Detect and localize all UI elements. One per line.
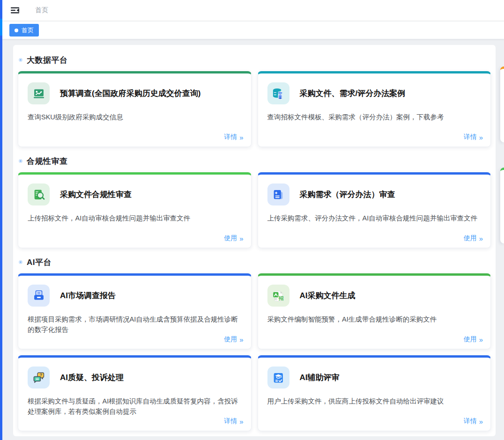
card-doc-compliance-review[interactable]: 采购文件合规性审查 上传招标文件，AI自动审核合规性问题并输出审查文件 使用» [18, 172, 252, 248]
section-title: AI平台 [27, 257, 52, 268]
section-title: 合规性审查 [27, 156, 68, 167]
grad-review-icon [267, 367, 289, 389]
card-grid-bigdata: 预算调查(全国政府采购历史成交价查询) 查询SKU级别政府采购成交信息 详情» [18, 71, 491, 147]
printer-report-icon [28, 285, 50, 307]
main-panel: 大数据平台 预算调查(全国政府采购历史成交价查询) 查询SKU级别政府采购成交信… [13, 45, 496, 436]
card-detail-link[interactable]: 详情» [224, 417, 243, 425]
card-assisted-review[interactable]: AI辅助评审 用户上传采购文件，供应商上传投标文件自动给出评审建议 详情» [258, 355, 491, 431]
database-cases-icon [267, 82, 289, 104]
section-title: 大数据平台 [27, 55, 68, 66]
budget-chart-icon [28, 82, 50, 104]
card-detail-link[interactable]: 详情» [464, 133, 482, 141]
double-chevron-icon: » [239, 235, 243, 242]
sidebar-active-item[interactable] [0, 19, 2, 36]
sidebar-fold-icon[interactable] [10, 6, 20, 15]
card-title: 采购文件合规性审查 [60, 189, 132, 200]
overflow-card-sliver[interactable] [500, 168, 504, 243]
card-market-report[interactable]: AI市场调查报告 根据项目采购需求，市场调研情况AI自动生成含预算依据及合规性诊… [18, 273, 252, 349]
double-chevron-icon: » [239, 336, 243, 344]
card-use-link[interactable]: 使用» [224, 335, 243, 344]
card-detail-link[interactable]: 详情» [464, 417, 482, 425]
card-budget-survey[interactable]: 预算调查(全国政府采购历史成交价查询) 查询SKU级别政府采购成交信息 详情» [18, 71, 252, 147]
card-title: 采购文件、需求/评分办法案例 [300, 88, 406, 99]
active-tag-dot-icon [15, 29, 18, 32]
card-description: 用户上传采购文件，供应商上传投标文件自动给出评审建议 [267, 396, 482, 406]
card-description: 根据项目采购需求，市场调研情况AI自动生成含预算依据及合规性诊断的数字化报告 [28, 314, 242, 335]
double-chevron-icon: » [479, 336, 482, 344]
double-chevron-icon: » [479, 418, 482, 425]
breadcrumb[interactable]: 首页 [35, 6, 48, 15]
section-header-compliance: 合规性审查 [19, 155, 491, 167]
doc-search-icon [28, 183, 50, 205]
card-title: AI质疑、投诉处理 [60, 372, 124, 383]
card-description: 查询招标文件模板、采购需求（评分办法）案例，下载参考 [267, 112, 482, 122]
card-title: 预算调查(全国政府采购历史成交价查询) [60, 88, 200, 99]
section-dot-icon [19, 159, 22, 163]
card-description: 根据采购文件与质疑函，AI根据知识库自动生成质疑答复内容，含投诉处理案例库，若有… [28, 396, 242, 417]
card-description: 采购文件编制智能预警，AI生成带合规性诊断的采购文件 [267, 314, 482, 324]
collapsed-sidebar[interactable] [0, 0, 2, 440]
card-title: AI采购文件生成 [300, 290, 356, 301]
section-header-ai: AI平台 [19, 257, 491, 268]
card-description: 查询SKU级别政府采购成交信息 [28, 112, 242, 122]
double-chevron-icon: » [479, 235, 482, 242]
section-dot-icon [19, 260, 22, 264]
double-chevron-icon: » [239, 133, 243, 141]
top-header: 首页 [2, 0, 504, 21]
overflow-card-sliver[interactable] [500, 66, 504, 142]
double-chevron-icon: » [239, 418, 243, 425]
svg-text:招: 招 [278, 295, 284, 301]
tag-bar: 首页 [2, 22, 504, 39]
card-grid-ai: AI市场调查报告 根据项目采购需求，市场调研情况AI自动生成含预算依据及合规性诊… [18, 273, 491, 431]
doc-generate-icon: 招 [267, 285, 289, 307]
card-description: 上传采购需求、评分办法文件，AI自动审核合规性问题并输出审查文件 [267, 213, 482, 223]
double-chevron-icon: » [479, 133, 482, 141]
clipboard-plus-icon [267, 183, 289, 205]
card-grid-compliance: 采购文件合规性审查 上传招标文件，AI自动审核合规性问题并输出审查文件 使用» [18, 172, 491, 248]
card-demand-review[interactable]: 采购需求（评分办法）审查 上传采购需求、评分办法文件，AI自动审核合规性问题并输… [258, 172, 491, 248]
section-dot-icon [19, 58, 22, 62]
tab-home[interactable]: 首页 [9, 24, 39, 37]
card-description: 上传招标文件，AI自动审核合规性问题并输出审查文件 [28, 213, 242, 223]
card-title: AI市场调查报告 [60, 290, 116, 301]
card-title: 采购需求（评分办法）审查 [300, 189, 395, 200]
card-use-link[interactable]: 使用» [464, 335, 482, 344]
chat-question-icon: ? [28, 367, 50, 389]
card-case-library[interactable]: 采购文件、需求/评分办法案例 查询招标文件模板、采购需求（评分办法）案例，下载参… [258, 71, 491, 147]
card-use-link[interactable]: 使用» [464, 234, 482, 242]
card-use-link[interactable]: 使用» [224, 234, 243, 242]
card-title: AI辅助评审 [300, 372, 340, 383]
card-detail-link[interactable]: 详情» [224, 133, 243, 141]
card-doc-generation[interactable]: 招 AI采购文件生成 采购文件编制智能预警，AI生成带合规性诊断的采购文件 使用… [258, 273, 491, 349]
tab-home-label: 首页 [22, 26, 34, 35]
section-header-bigdata: 大数据平台 [19, 54, 491, 66]
card-inquiry-complaint[interactable]: ? AI质疑、投诉处理 根据采购文件与质疑函，AI根据知识库自动生成质疑答复内容… [18, 355, 252, 431]
